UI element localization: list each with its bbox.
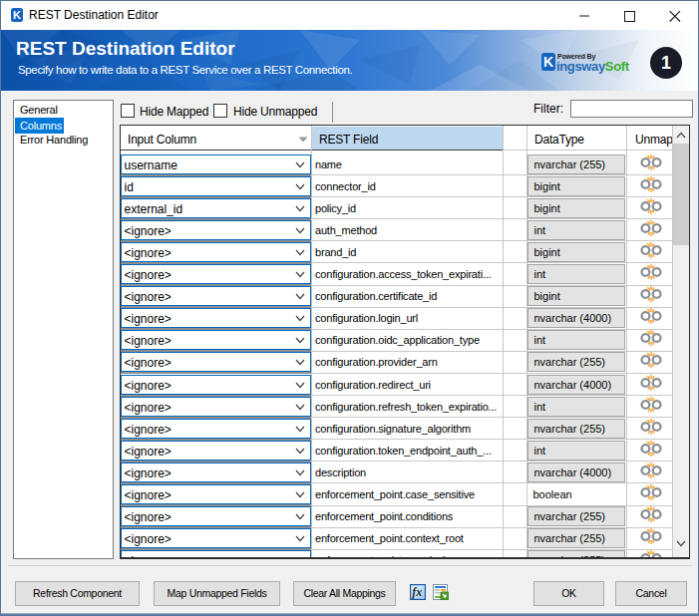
svg-text:fx: fx [412,585,422,599]
